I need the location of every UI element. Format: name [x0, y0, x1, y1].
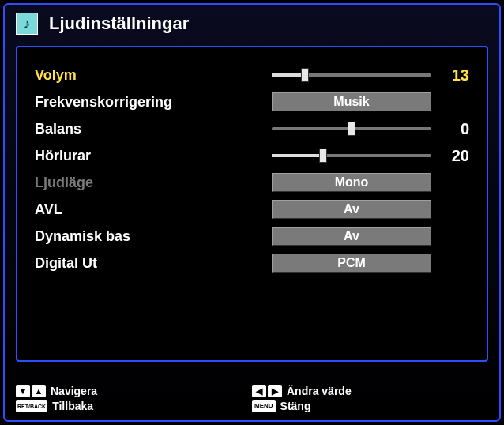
up-arrow-icon: ▲ [32, 385, 46, 397]
select-avl[interactable]: Av [272, 200, 431, 219]
row-volume[interactable]: Volym 13 [35, 62, 469, 88]
hint-change-label: Ändra värde [287, 385, 352, 397]
select-bass[interactable]: Av [272, 227, 431, 246]
slider-thumb[interactable] [319, 149, 327, 163]
header: ♪ Ljudinställningar [5, 5, 499, 46]
right-arrow-icon: ▶ [268, 385, 282, 397]
value-headphones: 20 [431, 147, 469, 165]
slider-thumb[interactable] [348, 122, 355, 136]
settings-panel: Volym 13 Frekvenskorrigering Musik Balan… [16, 46, 488, 362]
sound-settings-icon: ♪ [16, 13, 38, 35]
hint-close: MENU Stäng [252, 400, 488, 412]
label-eq: Frekvenskorrigering [35, 94, 272, 111]
row-balance[interactable]: Balans 0 [35, 115, 469, 142]
row-avl[interactable]: AVL Av [35, 196, 469, 223]
page-title: Ljudinställningar [49, 13, 189, 34]
label-balance: Balans [35, 121, 272, 137]
down-arrow-icon: ▼ [16, 385, 30, 397]
label-avl: AVL [35, 201, 272, 218]
label-digital: Digital Ut [35, 255, 272, 272]
label-bass: Dynamisk bas [35, 228, 272, 245]
select-digital[interactable]: PCM [272, 254, 431, 273]
label-headphones: Hörlurar [35, 148, 272, 164]
row-headphones[interactable]: Hörlurar 20 [35, 142, 469, 169]
slider-headphones[interactable] [272, 146, 431, 165]
hint-close-label: Stäng [280, 400, 311, 412]
label-volume: Volym [35, 67, 272, 84]
value-volume: 13 [431, 66, 469, 85]
row-eq[interactable]: Frekvenskorrigering Musik [35, 88, 469, 115]
menu-key-icon: MENU [252, 400, 276, 412]
select-eq[interactable]: Musik [272, 92, 431, 111]
row-soundmode: Ljudläge Mono [35, 169, 469, 196]
slider-thumb[interactable] [301, 68, 309, 82]
slider-fill [272, 154, 323, 157]
footer-hints: ▼ ▲ Navigera RET/BACK Tillbaka ◀ ▶ Ändra… [16, 385, 488, 412]
hint-back-label: Tillbaka [52, 400, 93, 412]
row-digital[interactable]: Digital Ut PCM [35, 250, 469, 276]
label-soundmode: Ljudläge [35, 175, 272, 191]
ret-back-key-icon: RET/BACK [16, 400, 47, 412]
row-bass[interactable]: Dynamisk bas Av [35, 223, 469, 250]
window-frame: ♪ Ljudinställningar Volym 13 Frekvenskor… [3, 3, 501, 422]
hint-navigate-label: Navigera [51, 385, 97, 397]
left-arrow-icon: ◀ [252, 385, 266, 397]
slider-fill [272, 73, 305, 77]
select-soundmode: Mono [272, 173, 431, 192]
hint-change: ◀ ▶ Ändra värde [252, 385, 488, 397]
slider-volume[interactable] [272, 66, 431, 85]
value-balance: 0 [431, 120, 469, 138]
hint-navigate: ▼ ▲ Navigera [16, 385, 252, 397]
slider-balance[interactable] [272, 119, 431, 138]
hint-back: RET/BACK Tillbaka [16, 400, 252, 412]
